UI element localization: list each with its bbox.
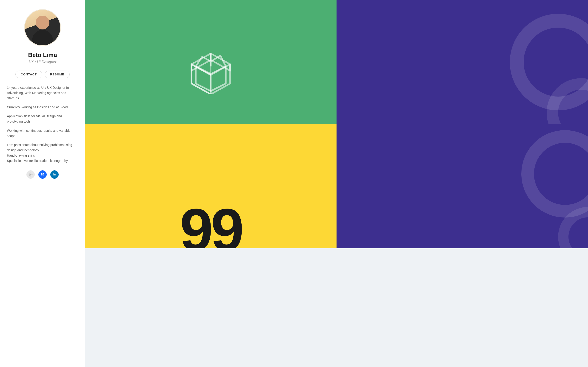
portfolio-item-green-box[interactable] <box>85 0 336 124</box>
contact-button[interactable]: CONTACT <box>15 71 42 78</box>
portfolio-item-purple-bottom[interactable] <box>336 124 588 248</box>
circle-decoration-br-large <box>521 130 588 217</box>
bio-section: 14 years-experience as UI / UX Designer … <box>7 85 78 164</box>
portfolio-grid: 99 <box>85 0 588 367</box>
portfolio-item-purple-top[interactable] <box>336 0 588 124</box>
box-icon <box>179 30 243 94</box>
portfolio-item-yellow-99[interactable]: 99 <box>85 124 336 248</box>
behance-link[interactable]: Bē <box>38 170 47 179</box>
bio-paragraph-5: I am passionate about solving problems u… <box>7 142 78 164</box>
bio-paragraph-1: 14 years-experience as UI / UX Designer … <box>7 85 78 101</box>
ninety-nine-display: 99 <box>180 204 242 248</box>
bio-paragraph-3: Application skills for Visual Design and… <box>7 114 78 124</box>
dribbble-link[interactable] <box>26 170 35 179</box>
dribbble-icon <box>29 173 33 177</box>
box-svg-graphic <box>179 30 243 94</box>
action-buttons: CONTACT RESUMÉ <box>15 71 69 78</box>
user-name: Beto Lima <box>28 51 57 59</box>
linkedin-icon: in <box>53 173 56 176</box>
user-title: UX / UI Designer <box>29 60 56 64</box>
linkedin-link[interactable]: in <box>50 170 59 179</box>
behance-icon: Bē <box>41 173 44 176</box>
bio-paragraph-4: Working with continuous results and vari… <box>7 128 78 139</box>
bio-paragraph-2: Currently working as Design Lead at iFoo… <box>7 105 78 110</box>
sidebar: Beto Lima UX / UI Designer CONTACT RESUM… <box>0 0 85 367</box>
resume-button[interactable]: RESUMÉ <box>45 71 70 78</box>
social-links: Bē in <box>26 170 59 179</box>
avatar <box>24 9 61 46</box>
